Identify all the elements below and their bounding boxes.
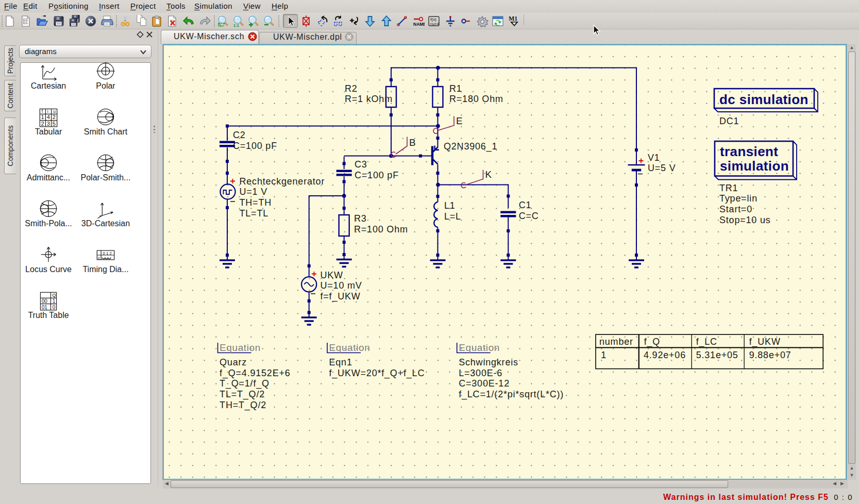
svg-text:Schwingkreis: Schwingkreis: [459, 357, 518, 367]
svg-text:U=5 V: U=5 V: [648, 163, 676, 173]
svg-text:R=1 kOhm: R=1 kOhm: [345, 94, 393, 104]
svg-text:R1: R1: [449, 83, 462, 94]
svg-text:transient: transient: [720, 144, 778, 159]
svg-text:5.31e+05: 5.31e+05: [696, 350, 738, 360]
svg-text:L1: L1: [444, 200, 456, 211]
svg-text:Q2N3906_1: Q2N3906_1: [444, 141, 497, 152]
svg-text:01: 01: [42, 305, 48, 310]
svg-text:dc simulation: dc simulation: [719, 92, 809, 107]
svg-text:f_UKW=20*f_Q+f_LC: f_UKW=20*f_Q+f_LC: [329, 368, 425, 379]
svg-text:c: c: [98, 256, 100, 260]
svg-text:R=180 Ohm: R=180 Ohm: [449, 94, 503, 104]
svg-text:C=C: C=C: [519, 211, 539, 221]
svg-text:TH=T_Q/2: TH=T_Q/2: [220, 400, 266, 411]
svg-text:f: f: [42, 109, 43, 114]
svg-text:TR1: TR1: [719, 183, 738, 193]
svg-text:V1: V1: [648, 153, 660, 163]
svg-text:Eqn1: Eqn1: [329, 357, 352, 367]
svg-text:TH=TH: TH=TH: [240, 197, 272, 208]
svg-text:00: 00: [42, 298, 48, 304]
svg-text:f_LC=1/(2*pi*sqrt(L*C)): f_LC=1/(2*pi*sqrt(L*C)): [459, 389, 564, 400]
svg-text:M1: M1: [509, 15, 517, 22]
svg-text:C2: C2: [233, 130, 246, 140]
svg-text:UKW: UKW: [321, 270, 343, 280]
svg-text:U=1 V: U=1 V: [240, 187, 268, 197]
svg-text:4: 4: [47, 114, 50, 120]
svg-text:B: B: [409, 137, 416, 148]
svg-text:2: 2: [53, 114, 56, 120]
svg-text:R3: R3: [354, 213, 367, 224]
svg-text:Equation: Equation: [459, 342, 500, 353]
svg-text:NAME: NAME: [413, 22, 425, 27]
svg-text:C1: C1: [519, 200, 532, 210]
svg-text:Q: Q: [52, 292, 56, 298]
svg-text:f(u): f(u): [430, 17, 436, 22]
svg-text:f_Q=4.9152E+6: f_Q=4.9152E+6: [220, 368, 291, 379]
svg-text:simulation: simulation: [720, 158, 789, 174]
svg-text:9.88e+07: 9.88e+07: [749, 350, 791, 360]
svg-text:f=f_UKW: f=f_UKW: [321, 291, 361, 302]
svg-text:DC1: DC1: [719, 116, 739, 126]
svg-text:E: E: [456, 115, 463, 126]
svg-text:5: 5: [53, 121, 56, 127]
svg-text:1: 1: [41, 114, 44, 120]
svg-text:3: 3: [47, 121, 50, 127]
svg-text:T_Q=1/f_Q: T_Q=1/f_Q: [220, 378, 270, 389]
svg-text:C3: C3: [355, 159, 367, 170]
svg-text:Type=lin: Type=lin: [719, 193, 757, 204]
svg-text:Start=0: Start=0: [719, 204, 752, 214]
svg-text:1:1: 1:1: [233, 23, 239, 28]
svg-text:R=100 Ohm: R=100 Ohm: [354, 224, 408, 234]
svg-text:Stop=10 us: Stop=10 us: [719, 215, 771, 225]
svg-text:f_Q: f_Q: [644, 337, 660, 347]
svg-text:Equation: Equation: [220, 342, 261, 353]
svg-text:R2: R2: [345, 83, 358, 94]
svg-text:f_LC: f_LC: [696, 337, 717, 347]
svg-text:TL=T_Q/2: TL=T_Q/2: [220, 389, 265, 400]
svg-text:number: number: [599, 337, 633, 347]
svg-text:C=100 pF: C=100 pF: [355, 170, 399, 180]
svg-text:C=300E-12: C=300E-12: [459, 378, 510, 389]
svg-text:f_UKW: f_UKW: [749, 337, 781, 347]
svg-text:L=300E-6: L=300E-6: [459, 368, 502, 378]
svg-text:K: K: [485, 169, 492, 180]
svg-text:1: 1: [601, 350, 607, 360]
svg-text:Equation: Equation: [329, 342, 370, 353]
svg-text:Rechteckgenerator: Rechteckgenerator: [240, 176, 325, 187]
svg-text:1: 1: [53, 298, 56, 304]
svg-text:0: 0: [53, 305, 56, 310]
svg-text:C=100 pF: C=100 pF: [233, 141, 277, 151]
svg-text:i: i: [47, 109, 48, 114]
svg-text:Quarz: Quarz: [220, 357, 247, 367]
svg-text:TL=TL: TL=TL: [240, 208, 269, 219]
svg-text:2: 2: [41, 121, 44, 127]
svg-text:L=L: L=L: [444, 211, 461, 222]
svg-text:=u+4: =u+4: [430, 22, 440, 26]
svg-text:4.92e+06: 4.92e+06: [644, 350, 686, 360]
svg-text:0 1 2: 0 1 2: [103, 251, 111, 256]
svg-text:U=10 mV: U=10 mV: [321, 280, 362, 291]
svg-text:u: u: [53, 109, 56, 114]
